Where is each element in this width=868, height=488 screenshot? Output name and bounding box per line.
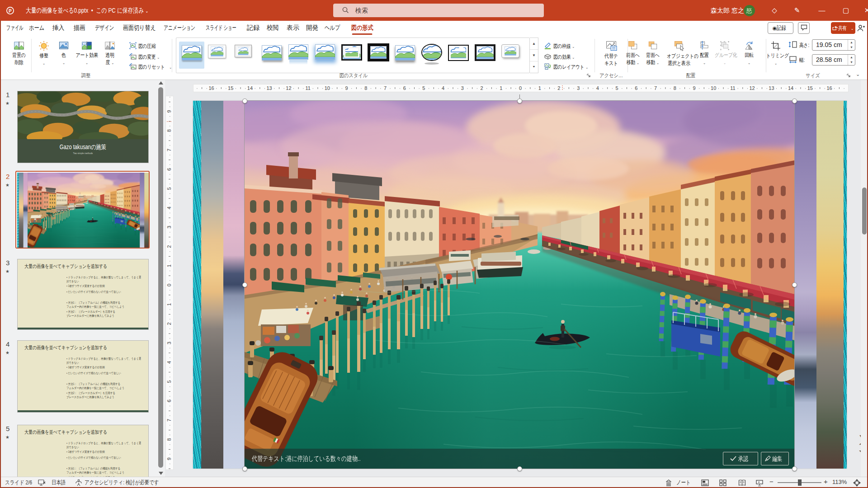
svg-text:1: 1 [166, 303, 172, 306]
svg-text:3: 3 [461, 85, 464, 91]
svg-text:5: 5 [422, 85, 425, 91]
svg-text:9: 9 [693, 85, 695, 91]
svg-text:10: 10 [325, 85, 330, 91]
svg-text:1: 1 [500, 85, 502, 91]
svg-text:4: 4 [166, 361, 172, 364]
svg-text:11: 11 [730, 85, 735, 91]
svg-text:6: 6 [166, 168, 172, 171]
svg-text:8: 8 [166, 129, 172, 132]
svg-text:P: P [9, 9, 12, 14]
svg-text:5: 5 [616, 85, 618, 91]
svg-text:4: 4 [596, 85, 599, 91]
svg-text:13: 13 [266, 85, 272, 91]
svg-text:14: 14 [788, 85, 793, 91]
svg-text:5: 5 [166, 380, 172, 383]
svg-text:16: 16 [208, 85, 214, 91]
svg-text:14: 14 [247, 85, 253, 91]
svg-text:2: 2 [481, 85, 483, 91]
svg-text:6: 6 [403, 85, 406, 91]
svg-text:4: 4 [442, 85, 444, 91]
svg-text:7: 7 [166, 419, 172, 422]
svg-text:12: 12 [749, 85, 755, 91]
svg-text:4: 4 [166, 206, 172, 209]
svg-text:13: 13 [769, 85, 774, 91]
svg-text:15: 15 [807, 85, 813, 91]
svg-text:11: 11 [305, 85, 310, 91]
svg-text:2: 2 [557, 85, 560, 91]
svg-text:9: 9 [345, 85, 348, 91]
svg-text:7: 7 [654, 85, 657, 91]
svg-text:16: 16 [826, 85, 832, 91]
svg-text:15: 15 [228, 85, 233, 91]
svg-text:6: 6 [166, 399, 172, 402]
svg-text:0: 0 [519, 85, 522, 91]
svg-text:1: 1 [166, 264, 172, 267]
svg-text:9: 9 [166, 457, 172, 460]
svg-text:8: 8 [674, 85, 676, 91]
svg-text:8: 8 [364, 85, 367, 91]
svg-text:9: 9 [166, 110, 172, 113]
svg-text:0: 0 [166, 284, 172, 286]
svg-text:7: 7 [166, 149, 172, 151]
svg-text:5: 5 [166, 187, 172, 190]
svg-text:8: 8 [166, 438, 172, 441]
svg-text:10: 10 [711, 85, 716, 91]
svg-text:3: 3 [166, 342, 172, 344]
svg-text:12: 12 [286, 85, 291, 91]
svg-text:2: 2 [166, 322, 172, 325]
svg-text:6: 6 [635, 85, 637, 91]
svg-text:1: 1 [538, 85, 541, 91]
svg-text:3: 3 [166, 226, 172, 229]
svg-text:3: 3 [577, 85, 580, 91]
svg-text:2: 2 [166, 245, 172, 248]
svg-text:7: 7 [384, 85, 387, 91]
